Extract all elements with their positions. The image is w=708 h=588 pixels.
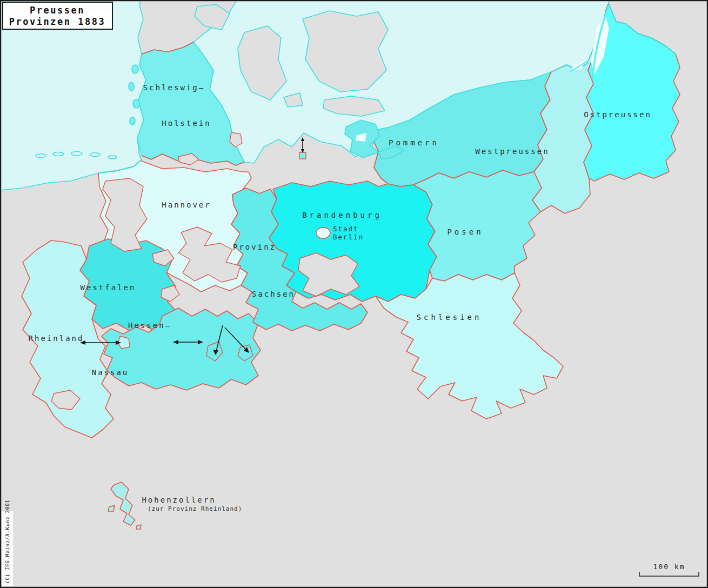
label-westfalen: Westfalen: [81, 283, 136, 292]
label-hannover: Hannover: [162, 201, 211, 209]
label-westpreussen: Westpreussen: [475, 147, 549, 156]
label-schlesien: Schlesien: [417, 313, 482, 322]
label-hessen: Hessen—: [128, 321, 171, 330]
stadt-berlin-area: [316, 228, 330, 238]
exclave-mecklenburg-dot: [299, 152, 306, 159]
label-pommern: Pommern: [389, 138, 439, 147]
label-hohenzollern: Hohenzollern: [142, 496, 216, 504]
enclave-anhalt: [298, 253, 359, 296]
map-title-line1: Preussen: [30, 5, 85, 16]
label-holstein: Holstein: [162, 119, 211, 128]
scale-bar-label: 100 km: [653, 563, 685, 571]
label-sachsen: Sachsen: [252, 290, 295, 298]
title-box: Preussen Provinzen 1883: [3, 2, 112, 29]
copyright: (C) IEG Mainz/A.Kunz 2001: [2, 500, 13, 586]
label-hohenzollern-note: (zur Provinz Rheinland): [148, 505, 242, 512]
prussia-provinces-map: Schleswig— Holstein Hannover Westfalen R…: [0, 0, 708, 588]
label-nassau: Nassau: [92, 368, 129, 377]
map-title-line2: Provinzen 1883: [9, 16, 105, 27]
map-canvas: Schleswig— Holstein Hannover Westfalen R…: [0, 0, 708, 588]
label-provinz: Provinz: [233, 243, 276, 251]
label-brandenburg: Brandenburg: [302, 211, 382, 219]
label-rheinland: Rheinland: [29, 334, 84, 343]
label-posen: Posen: [447, 228, 483, 236]
label-ostpreussen: Ostpreussen: [584, 110, 652, 119]
label-berlin: Berlin: [333, 233, 364, 241]
label-stadt: Stadt: [333, 225, 359, 233]
copyright-text: (C) IEG Mainz/A.Kunz 2001: [4, 500, 10, 584]
label-schleswig: Schleswig—: [143, 83, 205, 92]
